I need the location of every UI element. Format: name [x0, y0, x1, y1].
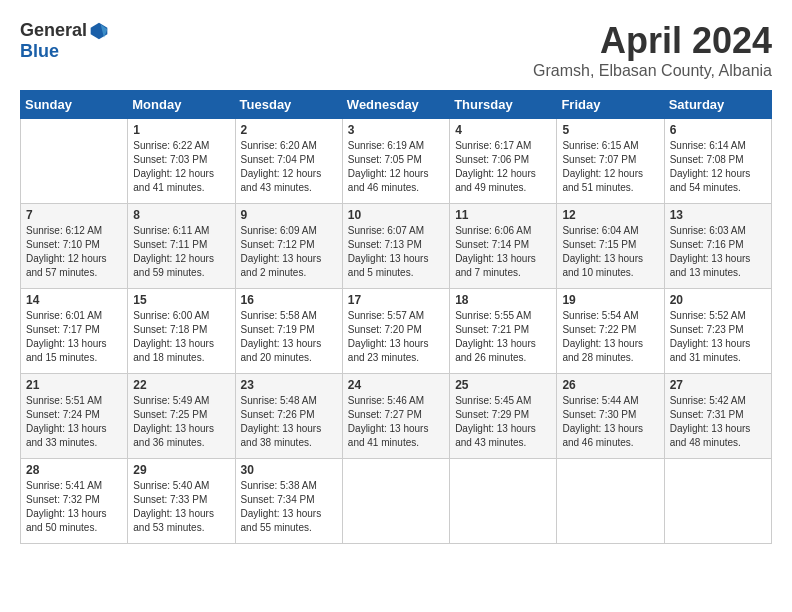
day-info: Sunrise: 5:40 AMSunset: 7:33 PMDaylight:… — [133, 479, 229, 535]
day-info: Sunrise: 5:46 AMSunset: 7:27 PMDaylight:… — [348, 394, 444, 450]
day-cell: 25Sunrise: 5:45 AMSunset: 7:29 PMDayligh… — [450, 374, 557, 459]
month-title: April 2024 — [533, 20, 772, 62]
day-cell: 21Sunrise: 5:51 AMSunset: 7:24 PMDayligh… — [21, 374, 128, 459]
day-cell: 6Sunrise: 6:14 AMSunset: 7:08 PMDaylight… — [664, 119, 771, 204]
week-row-5: 28Sunrise: 5:41 AMSunset: 7:32 PMDayligh… — [21, 459, 772, 544]
day-info: Sunrise: 6:06 AMSunset: 7:14 PMDaylight:… — [455, 224, 551, 280]
day-cell: 13Sunrise: 6:03 AMSunset: 7:16 PMDayligh… — [664, 204, 771, 289]
day-cell: 22Sunrise: 5:49 AMSunset: 7:25 PMDayligh… — [128, 374, 235, 459]
day-info: Sunrise: 5:48 AMSunset: 7:26 PMDaylight:… — [241, 394, 337, 450]
day-info: Sunrise: 6:01 AMSunset: 7:17 PMDaylight:… — [26, 309, 122, 365]
day-number: 7 — [26, 208, 122, 222]
day-cell — [342, 459, 449, 544]
day-cell: 29Sunrise: 5:40 AMSunset: 7:33 PMDayligh… — [128, 459, 235, 544]
day-cell: 16Sunrise: 5:58 AMSunset: 7:19 PMDayligh… — [235, 289, 342, 374]
header-row: SundayMondayTuesdayWednesdayThursdayFrid… — [21, 91, 772, 119]
day-number: 17 — [348, 293, 444, 307]
day-number: 6 — [670, 123, 766, 137]
day-header-tuesday: Tuesday — [235, 91, 342, 119]
week-row-3: 14Sunrise: 6:01 AMSunset: 7:17 PMDayligh… — [21, 289, 772, 374]
header: General Blue April 2024 Gramsh, Elbasan … — [20, 20, 772, 80]
day-number: 24 — [348, 378, 444, 392]
day-number: 1 — [133, 123, 229, 137]
day-cell: 18Sunrise: 5:55 AMSunset: 7:21 PMDayligh… — [450, 289, 557, 374]
day-number: 19 — [562, 293, 658, 307]
day-number: 13 — [670, 208, 766, 222]
day-header-friday: Friday — [557, 91, 664, 119]
day-info: Sunrise: 6:20 AMSunset: 7:04 PMDaylight:… — [241, 139, 337, 195]
day-cell — [450, 459, 557, 544]
day-number: 20 — [670, 293, 766, 307]
day-cell: 28Sunrise: 5:41 AMSunset: 7:32 PMDayligh… — [21, 459, 128, 544]
day-cell: 2Sunrise: 6:20 AMSunset: 7:04 PMDaylight… — [235, 119, 342, 204]
day-cell: 10Sunrise: 6:07 AMSunset: 7:13 PMDayligh… — [342, 204, 449, 289]
day-info: Sunrise: 5:42 AMSunset: 7:31 PMDaylight:… — [670, 394, 766, 450]
day-info: Sunrise: 6:14 AMSunset: 7:08 PMDaylight:… — [670, 139, 766, 195]
day-number: 16 — [241, 293, 337, 307]
week-row-1: 1Sunrise: 6:22 AMSunset: 7:03 PMDaylight… — [21, 119, 772, 204]
day-number: 12 — [562, 208, 658, 222]
day-info: Sunrise: 5:55 AMSunset: 7:21 PMDaylight:… — [455, 309, 551, 365]
day-cell: 26Sunrise: 5:44 AMSunset: 7:30 PMDayligh… — [557, 374, 664, 459]
day-info: Sunrise: 6:12 AMSunset: 7:10 PMDaylight:… — [26, 224, 122, 280]
day-cell: 20Sunrise: 5:52 AMSunset: 7:23 PMDayligh… — [664, 289, 771, 374]
day-cell: 23Sunrise: 5:48 AMSunset: 7:26 PMDayligh… — [235, 374, 342, 459]
day-cell: 1Sunrise: 6:22 AMSunset: 7:03 PMDaylight… — [128, 119, 235, 204]
day-number: 8 — [133, 208, 229, 222]
day-header-thursday: Thursday — [450, 91, 557, 119]
day-number: 11 — [455, 208, 551, 222]
day-cell: 7Sunrise: 6:12 AMSunset: 7:10 PMDaylight… — [21, 204, 128, 289]
day-cell: 27Sunrise: 5:42 AMSunset: 7:31 PMDayligh… — [664, 374, 771, 459]
calendar-table: SundayMondayTuesdayWednesdayThursdayFrid… — [20, 90, 772, 544]
day-info: Sunrise: 6:19 AMSunset: 7:05 PMDaylight:… — [348, 139, 444, 195]
day-info: Sunrise: 6:04 AMSunset: 7:15 PMDaylight:… — [562, 224, 658, 280]
day-number: 29 — [133, 463, 229, 477]
day-info: Sunrise: 5:52 AMSunset: 7:23 PMDaylight:… — [670, 309, 766, 365]
day-number: 15 — [133, 293, 229, 307]
day-cell — [557, 459, 664, 544]
day-cell — [664, 459, 771, 544]
day-number: 18 — [455, 293, 551, 307]
day-info: Sunrise: 5:45 AMSunset: 7:29 PMDaylight:… — [455, 394, 551, 450]
logo-blue-text: Blue — [20, 41, 59, 62]
day-cell: 14Sunrise: 6:01 AMSunset: 7:17 PMDayligh… — [21, 289, 128, 374]
week-row-2: 7Sunrise: 6:12 AMSunset: 7:10 PMDaylight… — [21, 204, 772, 289]
day-info: Sunrise: 6:00 AMSunset: 7:18 PMDaylight:… — [133, 309, 229, 365]
day-number: 28 — [26, 463, 122, 477]
day-cell: 19Sunrise: 5:54 AMSunset: 7:22 PMDayligh… — [557, 289, 664, 374]
day-header-wednesday: Wednesday — [342, 91, 449, 119]
day-header-sunday: Sunday — [21, 91, 128, 119]
day-cell: 4Sunrise: 6:17 AMSunset: 7:06 PMDaylight… — [450, 119, 557, 204]
day-header-monday: Monday — [128, 91, 235, 119]
day-info: Sunrise: 5:54 AMSunset: 7:22 PMDaylight:… — [562, 309, 658, 365]
day-info: Sunrise: 6:07 AMSunset: 7:13 PMDaylight:… — [348, 224, 444, 280]
day-cell — [21, 119, 128, 204]
day-cell: 3Sunrise: 6:19 AMSunset: 7:05 PMDaylight… — [342, 119, 449, 204]
day-number: 4 — [455, 123, 551, 137]
day-info: Sunrise: 6:22 AMSunset: 7:03 PMDaylight:… — [133, 139, 229, 195]
logo: General Blue — [20, 20, 109, 62]
day-cell: 11Sunrise: 6:06 AMSunset: 7:14 PMDayligh… — [450, 204, 557, 289]
day-info: Sunrise: 5:58 AMSunset: 7:19 PMDaylight:… — [241, 309, 337, 365]
day-number: 14 — [26, 293, 122, 307]
page-container: General Blue April 2024 Gramsh, Elbasan … — [20, 20, 772, 544]
day-number: 21 — [26, 378, 122, 392]
day-number: 27 — [670, 378, 766, 392]
week-row-4: 21Sunrise: 5:51 AMSunset: 7:24 PMDayligh… — [21, 374, 772, 459]
day-info: Sunrise: 6:17 AMSunset: 7:06 PMDaylight:… — [455, 139, 551, 195]
day-number: 3 — [348, 123, 444, 137]
day-header-saturday: Saturday — [664, 91, 771, 119]
day-info: Sunrise: 6:09 AMSunset: 7:12 PMDaylight:… — [241, 224, 337, 280]
day-number: 25 — [455, 378, 551, 392]
day-info: Sunrise: 6:03 AMSunset: 7:16 PMDaylight:… — [670, 224, 766, 280]
day-info: Sunrise: 5:57 AMSunset: 7:20 PMDaylight:… — [348, 309, 444, 365]
day-info: Sunrise: 5:49 AMSunset: 7:25 PMDaylight:… — [133, 394, 229, 450]
day-info: Sunrise: 5:44 AMSunset: 7:30 PMDaylight:… — [562, 394, 658, 450]
day-number: 30 — [241, 463, 337, 477]
day-number: 23 — [241, 378, 337, 392]
day-cell: 24Sunrise: 5:46 AMSunset: 7:27 PMDayligh… — [342, 374, 449, 459]
day-info: Sunrise: 5:51 AMSunset: 7:24 PMDaylight:… — [26, 394, 122, 450]
day-cell: 30Sunrise: 5:38 AMSunset: 7:34 PMDayligh… — [235, 459, 342, 544]
location-title: Gramsh, Elbasan County, Albania — [533, 62, 772, 80]
day-cell: 5Sunrise: 6:15 AMSunset: 7:07 PMDaylight… — [557, 119, 664, 204]
